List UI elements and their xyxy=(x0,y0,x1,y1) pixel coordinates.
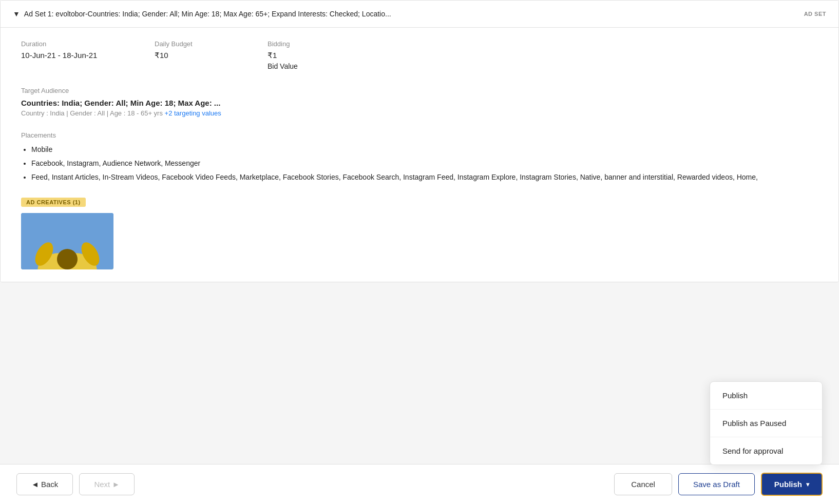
target-audience-section: Target Audience Countries: India; Gender… xyxy=(21,87,818,117)
bidding-label: Bidding xyxy=(268,40,810,48)
daily-budget-label: Daily Budget xyxy=(155,40,259,48)
targeting-values-link[interactable]: +2 targeting values xyxy=(165,109,221,117)
list-item: Mobile xyxy=(31,144,818,155)
placements-label: Placements xyxy=(21,131,818,139)
duration-label: Duration xyxy=(21,40,146,48)
next-button[interactable]: Next ► xyxy=(79,473,135,495)
creative-thumbnail xyxy=(21,213,113,269)
ad-set-badge: AD SET xyxy=(804,11,826,17)
footer-right: Cancel Save as Draft Publish ▾ Publish P… xyxy=(614,473,823,496)
bidding-sub: Bid Value xyxy=(268,62,810,70)
bidding-value: ₹1 xyxy=(268,51,810,60)
cancel-button[interactable]: Cancel xyxy=(614,473,672,495)
ad-creatives-badge: AD CREATIVES (1) xyxy=(21,198,86,207)
list-item: Facebook, Instagram, Audience Network, M… xyxy=(31,158,818,169)
target-audience-sub: Country : India | Gender : All | Age : 1… xyxy=(21,109,818,117)
bidding-cell: Bidding ₹1 Bid Value xyxy=(268,40,818,70)
footer: ◄ Back Next ► Cancel Save as Draft Publi… xyxy=(0,464,839,504)
daily-budget-value: ₹10 xyxy=(155,51,259,60)
list-item: Feed, Instant Articles, In-Stream Videos… xyxy=(31,172,818,183)
footer-left: ◄ Back Next ► xyxy=(16,473,135,495)
target-audience-title: Countries: India; Gender: All; Min Age: … xyxy=(21,99,818,107)
svg-point-6 xyxy=(57,249,78,269)
chevron-icon[interactable]: ▼ xyxy=(13,10,20,18)
content-area: Duration 10-Jun-21 - 18-Jun-21 Daily Bud… xyxy=(1,28,838,282)
target-audience-label: Target Audience xyxy=(21,87,818,94)
dropdown-publish[interactable]: Publish xyxy=(710,382,822,410)
dropdown-send-approval[interactable]: Send for approval xyxy=(710,437,822,464)
publish-button[interactable]: Publish ▾ xyxy=(761,473,823,496)
placements-list: Mobile Facebook, Instagram, Audience Net… xyxy=(21,144,818,183)
duration-cell: Duration 10-Jun-21 - 18-Jun-21 xyxy=(21,40,155,70)
publish-label: Publish xyxy=(774,480,802,489)
duration-value: 10-Jun-21 - 18-Jun-21 xyxy=(21,51,146,60)
chevron-down-icon: ▾ xyxy=(806,481,809,488)
back-button[interactable]: ◄ Back xyxy=(16,473,73,495)
dropdown-publish-paused[interactable]: Publish as Paused xyxy=(710,410,822,437)
ad-set-title: Ad Set 1: evoltobor-Countries: India; Ge… xyxy=(24,10,796,18)
placements-section: Placements Mobile Facebook, Instagram, A… xyxy=(21,131,818,183)
ad-creatives-section: AD CREATIVES (1) xyxy=(21,197,818,269)
ad-set-header: ▼ Ad Set 1: evoltobor-Countries: India; … xyxy=(1,1,838,28)
info-grid: Duration 10-Jun-21 - 18-Jun-21 Daily Bud… xyxy=(21,40,818,70)
daily-budget-cell: Daily Budget ₹10 xyxy=(155,40,268,70)
publish-dropdown: Publish Publish as Paused Send for appro… xyxy=(710,381,823,465)
save-draft-button[interactable]: Save as Draft xyxy=(678,473,755,495)
